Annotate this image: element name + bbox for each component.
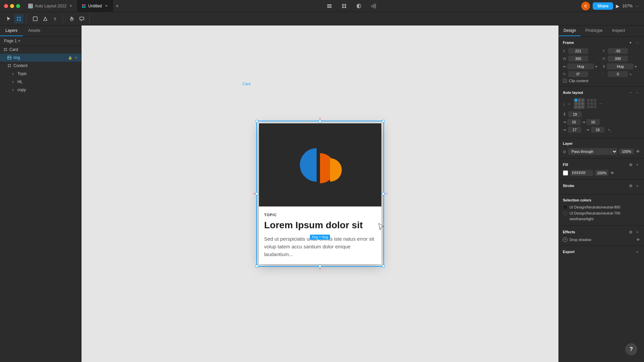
close-button[interactable] — [4, 4, 8, 8]
al-options-more[interactable]: ··· — [598, 101, 604, 106]
hand-tool[interactable] — [67, 14, 76, 23]
frame-tool[interactable] — [14, 14, 23, 23]
handle-top-left[interactable] — [256, 120, 258, 123]
fill-opacity-input[interactable] — [595, 170, 608, 176]
layer-content[interactable]: Content — [0, 62, 81, 70]
fill-visibility-icon[interactable]: 👁 — [610, 171, 614, 175]
constraint-w-cell: ⇔ ▾ — [563, 63, 600, 69]
export-add[interactable]: + — [635, 249, 640, 254]
card-headline-text: Lorem Ipsum dolor sit — [264, 220, 376, 231]
al-spacing-grid — [587, 99, 596, 108]
tab-untitled[interactable]: Untitled ✕ — [77, 0, 113, 12]
handle-top-mid[interactable] — [319, 120, 321, 123]
fill-section-actions: ⊞ + — [628, 162, 640, 167]
sel-color-dot-1[interactable] — [563, 205, 568, 209]
al-more[interactable]: ··· — [635, 90, 640, 95]
fill-color-swatch[interactable] — [563, 170, 568, 176]
layer-hl[interactable]: T HL — [0, 78, 81, 86]
move-tool[interactable] — [4, 14, 13, 23]
effect-visibility-icon[interactable]: 👁 — [636, 238, 640, 242]
layer-card[interactable]: Card — [0, 46, 81, 54]
canvas[interactable]: Card — [82, 25, 558, 362]
al-down-arrow[interactable]: ↓ — [563, 101, 565, 106]
stroke-add[interactable]: + — [635, 183, 640, 188]
tab-inspect[interactable]: Inspect — [607, 25, 630, 36]
frame-h-input[interactable] — [608, 56, 628, 62]
frame-w-input[interactable] — [568, 56, 588, 62]
rectangle-tool[interactable] — [31, 14, 40, 23]
tab-assets[interactable]: Assets — [23, 25, 46, 36]
constraint-w-chevron[interactable]: ▾ — [595, 65, 597, 68]
play-button[interactable]: ▶ — [616, 3, 620, 9]
text-icon-topic: T — [11, 71, 16, 76]
handle-mid-left[interactable] — [256, 192, 258, 195]
tab-auto-layout[interactable]: Auto Layout 2022 ✕ — [24, 0, 77, 12]
handle-bottom-right[interactable] — [382, 265, 385, 267]
tools-icon[interactable] — [339, 1, 349, 11]
tab-add-button[interactable]: + — [113, 3, 121, 9]
al-align-grid[interactable] — [574, 98, 585, 109]
pen-tool[interactable] — [41, 14, 50, 23]
export-header: Export + — [563, 249, 640, 254]
al-right-arrow[interactable]: → — [567, 101, 571, 106]
share-control-icon[interactable] — [369, 1, 378, 11]
frame-section-collapse[interactable]: ▾ — [628, 40, 633, 45]
pad-right-input[interactable] — [586, 119, 600, 125]
constraint-h-chevron[interactable]: ▾ — [635, 65, 637, 68]
tab-prototype[interactable]: Prototype — [581, 25, 607, 36]
layer-topic[interactable]: T Topic — [0, 70, 81, 78]
constraint-h-input[interactable] — [607, 63, 634, 69]
pad-bottom-input[interactable] — [568, 127, 581, 133]
corner-input[interactable] — [608, 71, 628, 77]
frame-section-more[interactable]: ··· — [635, 40, 640, 45]
fill-grid-icon[interactable]: ⊞ — [628, 162, 633, 167]
clip-checkbox[interactable] — [563, 79, 567, 83]
fill-hex-input[interactable] — [570, 170, 593, 176]
fill-add[interactable]: + — [635, 162, 640, 167]
comment-tool[interactable] — [77, 14, 87, 23]
layer-copy[interactable]: T copy — [0, 86, 81, 94]
effects-add[interactable]: + — [635, 229, 640, 235]
theme-icon[interactable] — [354, 1, 364, 11]
more-options-button[interactable]: ··· — [635, 4, 639, 8]
layer-visibility-icon[interactable]: 👁 — [636, 149, 640, 154]
gap-input[interactable] — [568, 111, 582, 117]
sp-dot-6 — [594, 102, 596, 105]
handle-bottom-mid[interactable] — [319, 265, 321, 267]
text-tool[interactable]: T — [51, 14, 60, 23]
frame-section-actions: ▾ ··· — [628, 40, 640, 45]
blend-mode-select[interactable]: Pass through Normal Multiply Screen — [568, 148, 617, 155]
layer-img[interactable]: img 🔒 👁 — [0, 54, 81, 62]
frame-x-input[interactable] — [568, 48, 588, 54]
tab-close-untitled[interactable]: ✕ — [104, 4, 109, 8]
maximize-button[interactable] — [16, 4, 20, 8]
user-avatar[interactable]: C — [581, 2, 590, 10]
pad-v-input[interactable] — [591, 127, 604, 133]
tab-design[interactable]: Design — [559, 25, 581, 36]
help-button[interactable]: ? — [625, 343, 637, 355]
handle-mid-right[interactable] — [382, 192, 385, 195]
handle-top-right[interactable] — [382, 120, 385, 123]
lock-icon[interactable]: 🔒 — [68, 55, 72, 60]
visibility-icon[interactable]: 👁 — [74, 55, 78, 60]
frame-constraint-row: ⇔ ▾ ⇕ ▾ — [563, 63, 640, 69]
sel-color-dot-2[interactable] — [563, 211, 568, 216]
handle-bottom-left[interactable] — [256, 265, 258, 267]
al-minus[interactable]: − — [628, 90, 633, 95]
share-button[interactable]: Share — [593, 2, 613, 10]
clip-label: Clip content — [569, 79, 588, 83]
main-menu-icon[interactable] — [325, 1, 334, 11]
frame-xy-row: X Y — [563, 48, 640, 54]
rotation-input[interactable] — [568, 71, 588, 77]
effects-grid-icon[interactable]: ⊞ — [628, 229, 633, 235]
minimize-button[interactable] — [10, 4, 14, 8]
tab-layers[interactable]: Layers — [0, 25, 23, 36]
pad-left-input[interactable] — [567, 119, 581, 125]
svg-rect-10 — [342, 6, 344, 8]
opacity-input[interactable] — [619, 148, 634, 155]
stroke-grid-icon[interactable]: ⊞ — [628, 183, 633, 188]
page-selector[interactable]: Page 1 ▾ — [0, 37, 81, 46]
frame-y-input[interactable] — [608, 48, 628, 54]
tab-close-auto-layout[interactable]: ✕ — [68, 4, 73, 8]
constraint-w-input[interactable] — [567, 63, 594, 69]
